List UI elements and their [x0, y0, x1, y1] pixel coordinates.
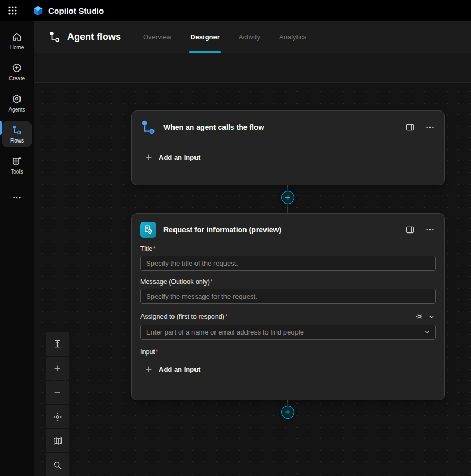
field-label-title: Title* — [140, 245, 156, 252]
field-settings-chevron-button[interactable] — [427, 312, 436, 321]
plus-icon — [145, 365, 153, 373]
agents-icon — [12, 94, 22, 104]
home-icon — [12, 32, 22, 42]
title-input[interactable] — [140, 256, 436, 271]
app-launcher-icon — [8, 6, 17, 15]
ellipsis-icon — [425, 123, 435, 132]
sidebar-item-label: Agents — [8, 107, 25, 113]
plus-icon — [145, 153, 153, 161]
tab-designer[interactable]: Designer — [188, 21, 222, 53]
more-icon — [12, 193, 22, 202]
sidebar-item-agents[interactable]: Agents — [2, 90, 32, 116]
required-marker: * — [156, 348, 158, 356]
field-label-row: Title* — [140, 245, 436, 252]
page-header: Agent flows Overview Designer Activity A… — [34, 21, 471, 53]
action-card-header: Request for information (preview) — [132, 214, 444, 242]
field-label-message: Message (Outlook only)* — [140, 278, 213, 286]
create-icon — [12, 63, 22, 73]
trigger-card-actions — [404, 121, 436, 133]
app-launcher-button[interactable] — [0, 0, 25, 21]
fit-view-button[interactable] — [46, 332, 69, 356]
zoom-out-button[interactable] — [46, 381, 69, 404]
trigger-add-input-button[interactable]: Add an input — [145, 151, 203, 164]
sidebar-item-home[interactable]: Home — [2, 28, 32, 54]
settings-gear-icon — [415, 312, 423, 320]
people-picker — [140, 321, 436, 340]
zoom-out-icon — [53, 388, 62, 397]
trigger-card-title: When an agent calls the flow — [163, 123, 404, 131]
add-input-label: Add an input — [159, 366, 200, 373]
sidebar-item-label: Create — [9, 76, 25, 82]
input-section-label: Input* — [140, 348, 436, 356]
action-card[interactable]: Request for information (preview) — [131, 213, 445, 400]
chevron-down-icon — [428, 313, 435, 320]
fit-view-icon — [53, 339, 63, 349]
open-panel-icon — [405, 123, 415, 132]
field-label-row: Message (Outlook only)* — [140, 278, 436, 286]
insert-plus-icon — [284, 409, 291, 416]
tab-activity[interactable]: Activity — [237, 21, 262, 53]
message-input[interactable] — [140, 289, 436, 304]
insert-action-button[interactable] — [281, 191, 294, 204]
search-icon — [53, 460, 63, 470]
search-button[interactable] — [46, 453, 69, 476]
field-settings-button[interactable] — [414, 311, 424, 321]
trigger-card[interactable]: When an agent calls the flow — [131, 110, 445, 185]
tab-analytics[interactable]: Analytics — [277, 21, 309, 53]
action-card-actions — [404, 224, 436, 236]
insert-action-button[interactable] — [281, 406, 294, 419]
pan-icon — [53, 412, 63, 422]
zoom-in-button[interactable] — [46, 357, 69, 380]
page-title: Agent flows — [67, 32, 121, 43]
field-tools — [414, 311, 436, 321]
minimap-icon — [53, 436, 63, 446]
action-add-input-button[interactable]: Add an input — [145, 363, 203, 376]
flow-trigger-icon — [140, 119, 156, 135]
required-marker: * — [225, 313, 228, 320]
required-marker: * — [153, 245, 156, 252]
tools-icon — [12, 156, 22, 166]
flow-glyph-icon — [48, 31, 61, 43]
open-panel-button[interactable] — [404, 224, 416, 236]
sidebar-item-label: Home — [10, 45, 24, 50]
required-marker: * — [210, 278, 213, 286]
canvas-top-band — [34, 53, 471, 83]
trigger-card-header: When an agent calls the flow — [132, 111, 444, 139]
sidebar-item-flows[interactable]: Flows — [2, 121, 32, 147]
open-panel-button[interactable] — [404, 121, 416, 133]
approvals-icon — [140, 222, 156, 238]
sidebar-item-tools[interactable]: Tools — [2, 153, 32, 178]
field-label-assigned-to: Assigned to (first to respond)* — [140, 313, 228, 320]
minimap-button[interactable] — [46, 429, 69, 452]
action-card-title: Request for information (preview) — [163, 226, 404, 234]
active-nav-indicator — [0, 121, 2, 135]
open-panel-icon — [405, 225, 415, 235]
copilot-studio-logo-icon — [33, 5, 44, 16]
more-actions-button[interactable] — [424, 224, 436, 236]
top-app-bar: Copilot Studio — [0, 0, 471, 21]
sidebar-item-label: Tools — [11, 169, 23, 175]
action-card-form: Title* Message (Outlook only)* Assigned … — [132, 245, 444, 376]
brand[interactable]: Copilot Studio — [33, 5, 104, 16]
ellipsis-icon — [425, 225, 435, 235]
designer-canvas[interactable]: When an agent calls the flow — [34, 53, 471, 476]
pan-button[interactable] — [46, 405, 69, 428]
field-label-row: Assigned to (first to respond)* — [140, 311, 436, 321]
insert-plus-icon — [284, 194, 291, 201]
tab-overview[interactable]: Overview — [141, 21, 173, 53]
sidebar-item-create[interactable]: Create — [2, 59, 32, 85]
flows-icon — [12, 125, 22, 135]
tab-bar: Overview Designer Activity Analytics — [141, 21, 323, 53]
sidebar-item-label: Flows — [10, 138, 24, 144]
zoom-in-icon — [53, 363, 62, 373]
flow-stage[interactable]: When an agent calls the flow — [34, 83, 471, 476]
more-actions-button[interactable] — [424, 121, 436, 133]
sidebar-more-button[interactable] — [8, 189, 26, 207]
left-navigation: Home Create Agents Flows — [0, 21, 34, 476]
app-title: Copilot Studio — [48, 6, 104, 15]
canvas-toolbar — [46, 332, 69, 476]
assigned-to-input[interactable] — [140, 325, 436, 340]
add-input-label: Add an input — [159, 154, 200, 161]
